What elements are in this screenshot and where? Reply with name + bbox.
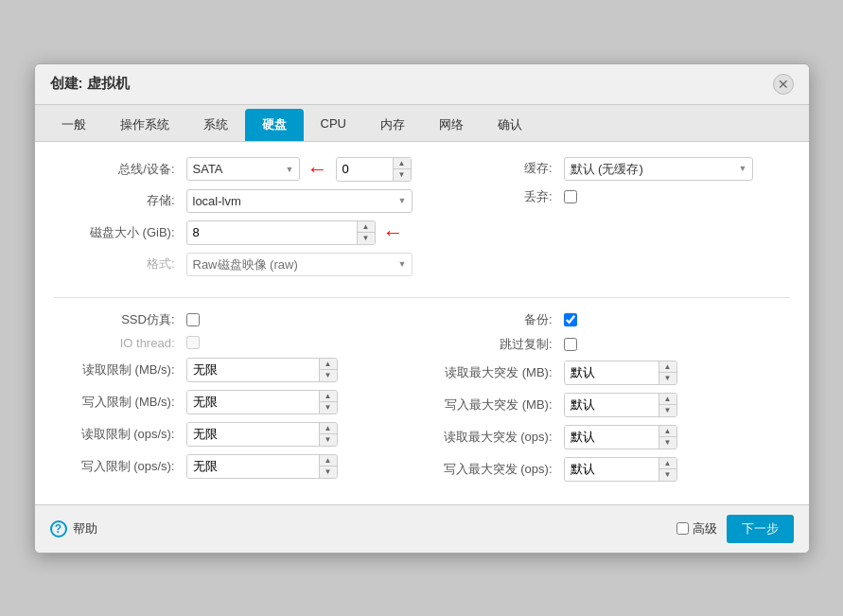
write-burst-label: 写入最大突发 (MB): [431,396,564,414]
tab-general[interactable]: 一般 [44,109,103,141]
read-burst-ops-spinner: ▲ ▼ [564,425,677,449]
read-burst-label: 读取最大突发 (MB): [431,364,564,381]
write-burst-ops-input[interactable] [565,458,659,480]
advanced-text: 高级 [693,520,717,537]
storage-control: local-lvm [186,189,413,213]
read-limit-input[interactable] [187,359,319,380]
write-limit-ops-decrement[interactable]: ▼ [320,466,337,478]
ssd-checkbox[interactable] [186,313,200,326]
bus-device-row: 总线/设备: SATA ← ▲ [54,157,413,182]
footer-right: 高级 下一步 [676,515,794,543]
bus-select[interactable]: SATA [186,157,300,181]
device-input[interactable] [337,158,393,180]
device-decrement[interactable]: ▼ [394,169,411,181]
bottom-right-col: 备份: 跳过复制: 读取最大突发 (MB): [431,311,790,489]
write-burst-ops-spinner-btns: ▲ ▼ [659,458,676,481]
write-limit-ops-spinner-btns: ▲ ▼ [319,455,337,478]
dialog-footer: ? 帮助 高级 下一步 [35,504,809,553]
write-burst-ops-spinner: ▲ ▼ [564,457,677,482]
disk-size-controls: ▲ ▼ ← [186,220,404,245]
read-limit-decrement[interactable]: ▼ [320,370,337,381]
skip-replication-checkbox[interactable] [564,338,577,351]
tab-os[interactable]: 操作系统 [103,109,186,141]
read-limit-ops-increment[interactable]: ▲ [320,423,337,434]
read-limit-ops-decrement[interactable]: ▼ [320,434,337,446]
disk-size-label: 磁盘大小 (GiB): [54,224,186,241]
help-icon: ? [50,520,67,537]
tab-confirm[interactable]: 确认 [481,109,539,141]
discard-checkbox[interactable] [564,190,577,203]
disk-size-spinner: ▲ ▼ [186,220,376,245]
read-burst-ops-input[interactable] [565,426,659,448]
disk-size-input[interactable] [187,221,357,243]
tab-cpu[interactable]: CPU [304,109,363,141]
backup-checkbox[interactable] [564,313,577,326]
read-burst-decrement[interactable]: ▼ [659,373,676,384]
write-burst-input[interactable] [565,394,659,415]
bottom-two-col: SSD仿真: IO thread: 读取限制 (MB/s [54,311,790,489]
write-burst-ops-increment[interactable]: ▲ [659,458,676,469]
next-button[interactable]: 下一步 [727,515,794,543]
write-burst-decrement[interactable]: ▼ [659,405,676,416]
read-burst-ops-row: 读取最大突发 (ops): ▲ ▼ [431,425,790,449]
write-limit-decrement[interactable]: ▼ [320,402,337,414]
device-spinner-btns: ▲ ▼ [393,158,411,181]
read-limit-increment[interactable]: ▲ [320,359,337,370]
disk-size-increment[interactable]: ▲ [358,221,375,233]
ssd-label: SSD仿真: [54,311,186,328]
write-limit-spinner: ▲ ▼ [186,390,338,414]
read-burst-ops-label: 读取最大突发 (ops): [431,429,564,446]
read-burst-spinner-btns: ▲ ▼ [659,361,676,384]
tab-harddisk[interactable]: 硬盘 [245,109,304,141]
read-limit-ops-spinner: ▲ ▼ [186,422,338,447]
advanced-label: 高级 [676,520,717,537]
write-limit-spinner-btns: ▲ ▼ [319,391,337,414]
disk-size-decrement[interactable]: ▼ [358,233,375,244]
read-burst-ops-increment[interactable]: ▲ [659,426,676,437]
cache-label: 缓存: [431,160,564,177]
advanced-checkbox[interactable] [676,522,689,535]
device-increment[interactable]: ▲ [394,158,411,169]
read-limit-spinner-btns: ▲ ▼ [319,359,337,381]
read-burst-ops-decrement[interactable]: ▼ [659,437,676,449]
write-burst-ops-decrement[interactable]: ▼ [659,469,676,481]
io-thread-row: IO thread: [54,336,413,350]
io-thread-checkbox[interactable] [186,336,200,349]
disk-size-arrow-annotation: ← [383,222,404,243]
format-select-wrapper: Raw磁盘映像 (raw) [186,253,413,276]
close-button[interactable]: ✕ [773,74,794,95]
read-burst-ops-spinner-btns: ▲ ▼ [659,426,676,449]
help-label: 帮助 [73,520,97,537]
write-burst-ops-row: 写入最大突发 (ops): ▲ ▼ [431,457,790,482]
io-thread-label: IO thread: [54,336,186,350]
tab-memory[interactable]: 内存 [363,109,422,141]
write-burst-spinner: ▲ ▼ [564,393,677,417]
format-select[interactable]: Raw磁盘映像 (raw) [186,253,413,276]
read-limit-ops-label: 读取限制 (ops/s): [54,426,186,443]
storage-select-wrapper: local-lvm [186,189,413,213]
storage-select[interactable]: local-lvm [186,189,413,213]
write-limit-ops-increment[interactable]: ▲ [320,455,337,466]
read-burst-spinner: ▲ ▼ [564,361,677,385]
read-burst-increment[interactable]: ▲ [659,361,676,373]
dialog-header: 创建: 虚拟机 ✕ [35,64,809,105]
write-limit-increment[interactable]: ▲ [320,391,337,402]
write-limit-ops-spinner: ▲ ▼ [186,454,338,479]
skip-replication-label: 跳过复制: [431,336,564,353]
left-col: 总线/设备: SATA ← ▲ [54,157,413,284]
write-limit-ops-input[interactable] [187,455,319,477]
read-burst-input[interactable] [565,361,659,383]
device-spinner: ▲ ▼ [336,157,412,182]
write-limit-ops-row: 写入限制 (ops/s): ▲ ▼ [54,454,413,479]
read-limit-ops-input[interactable] [187,423,319,445]
io-thread-checkbox-wrap [186,336,200,349]
read-limit-row: 读取限制 (MB/s): ▲ ▼ [54,358,413,382]
help-button[interactable]: ? 帮助 [50,520,97,537]
tab-system[interactable]: 系统 [186,109,245,141]
bus-arrow-annotation: ← [307,159,328,180]
cache-select[interactable]: 默认 (无缓存) [564,157,753,181]
write-limit-input[interactable] [187,391,319,413]
tab-network[interactable]: 网络 [422,109,481,141]
format-row: 格式: Raw磁盘映像 (raw) [54,253,413,276]
write-burst-increment[interactable]: ▲ [659,394,676,405]
